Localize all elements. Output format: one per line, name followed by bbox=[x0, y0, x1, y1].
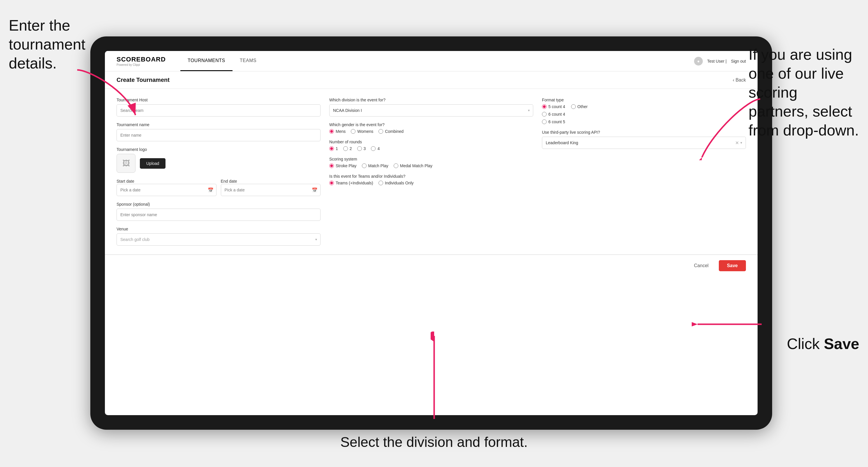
form-area: Tournament Host Tournament name Tourname… bbox=[105, 89, 757, 254]
rounds-group: Number of rounds 1 2 3 bbox=[329, 139, 533, 151]
nav-tabs: TOURNAMENTS TEAMS bbox=[180, 51, 264, 71]
rounds-radio-group: 1 2 3 4 bbox=[329, 146, 533, 151]
logo-upload-area: 🖼 Upload bbox=[117, 154, 320, 173]
scoring-label: Scoring system bbox=[329, 157, 533, 161]
start-date-group: Start date 📅 bbox=[117, 179, 216, 196]
gender-group: Which gender is the event for? Mens Wome… bbox=[329, 122, 533, 134]
gender-label: Which gender is the event for? bbox=[329, 122, 533, 127]
logo-sub: Powered by Clippi bbox=[117, 63, 166, 66]
round-1[interactable]: 1 bbox=[329, 146, 338, 151]
division-select[interactable]: NCAA Division I bbox=[329, 104, 533, 117]
form-footer: Cancel Save bbox=[105, 255, 757, 277]
scoring-group: Scoring system Stroke Play Match Play bbox=[329, 157, 533, 168]
scoring-stroke-radio[interactable] bbox=[329, 163, 334, 168]
round-2[interactable]: 2 bbox=[343, 146, 352, 151]
arrow-topleft bbox=[73, 67, 140, 119]
logo-group: Tournament logo 🖼 Upload bbox=[117, 147, 320, 173]
format-6count5[interactable]: 6 count 5 bbox=[542, 119, 565, 124]
host-label: Tournament Host bbox=[117, 98, 320, 102]
teams-label: Is this event for Teams and/or Individua… bbox=[329, 174, 533, 179]
host-group: Tournament Host bbox=[117, 98, 320, 117]
round-2-radio[interactable] bbox=[343, 146, 348, 151]
form-column-2: Which division is the event for? NCAA Di… bbox=[329, 98, 533, 246]
start-date-input[interactable] bbox=[117, 184, 216, 196]
annotation-topright: If you are using one of our live scoring… bbox=[748, 45, 859, 140]
page-header: Create Tournament ‹ Back bbox=[105, 71, 757, 89]
end-date-group: End date 📅 bbox=[221, 179, 321, 196]
gender-combined[interactable]: Combined bbox=[378, 129, 404, 134]
gender-womens[interactable]: Womens bbox=[351, 129, 373, 134]
format-6count5-radio[interactable] bbox=[542, 119, 547, 124]
tab-teams[interactable]: TEAMS bbox=[232, 51, 264, 71]
navbar: SCOREBOARD Powered by Clippi TOURNAMENTS… bbox=[105, 51, 757, 71]
image-icon: 🖼 bbox=[122, 159, 130, 168]
round-3-radio[interactable] bbox=[357, 146, 362, 151]
annotation-bottom: Select the division and format. bbox=[340, 434, 528, 451]
gender-womens-radio[interactable] bbox=[351, 129, 355, 134]
sponsor-input[interactable] bbox=[117, 209, 320, 221]
save-button[interactable]: Save bbox=[719, 260, 746, 271]
teams-radio[interactable] bbox=[329, 181, 334, 185]
end-date-label: End date bbox=[221, 179, 237, 184]
division-label: Which division is the event for? bbox=[329, 98, 533, 102]
arrow-bottomright bbox=[692, 310, 765, 339]
round-3[interactable]: 3 bbox=[357, 146, 366, 151]
upload-button[interactable]: Upload bbox=[140, 158, 165, 169]
scoring-medal-match-radio[interactable] bbox=[394, 163, 398, 168]
tournament-name-input[interactable] bbox=[117, 129, 320, 141]
sign-out-link[interactable]: Sign out bbox=[731, 59, 746, 63]
arrow-bottom bbox=[431, 332, 438, 422]
gender-radio-group: Mens Womens Combined bbox=[329, 129, 533, 134]
format-other-radio[interactable] bbox=[571, 104, 576, 109]
venue-select-wrap: Search golf club ▾ bbox=[117, 234, 320, 246]
dates-group: Start date 📅 End date 📅 bbox=[117, 179, 320, 196]
division-group: Which division is the event for? NCAA Di… bbox=[329, 98, 533, 117]
tab-tournaments[interactable]: TOURNAMENTS bbox=[180, 51, 232, 71]
teams-plus-individuals[interactable]: Teams (+Individuals) bbox=[329, 181, 373, 185]
nav-logo: SCOREBOARD Powered by Clippi bbox=[117, 56, 166, 66]
date-row: Start date 📅 End date 📅 bbox=[117, 179, 320, 196]
format-other[interactable]: Other bbox=[571, 104, 588, 109]
start-date-wrap: 📅 bbox=[117, 184, 216, 196]
search-team-input[interactable] bbox=[117, 104, 320, 117]
gender-combined-radio[interactable] bbox=[378, 129, 383, 134]
format-6count4-radio[interactable] bbox=[542, 112, 547, 117]
scoring-stroke[interactable]: Stroke Play bbox=[329, 163, 356, 168]
sponsor-group: Sponsor (optional) bbox=[117, 202, 320, 221]
cancel-button[interactable]: Cancel bbox=[688, 260, 714, 271]
format-6count4[interactable]: 6 count 4 bbox=[542, 112, 565, 117]
logo-placeholder: 🖼 bbox=[117, 154, 135, 173]
form-column-1: Tournament Host Tournament name Tourname… bbox=[117, 98, 320, 246]
back-button[interactable]: ‹ Back bbox=[733, 77, 746, 83]
round-4[interactable]: 4 bbox=[371, 146, 380, 151]
venue-select[interactable]: Search golf club bbox=[117, 234, 320, 246]
sponsor-label: Sponsor (optional) bbox=[117, 202, 320, 207]
gender-mens[interactable]: Mens bbox=[329, 129, 346, 134]
rounds-label: Number of rounds bbox=[329, 139, 533, 144]
format-5count4-radio[interactable] bbox=[542, 104, 547, 109]
teams-group: Is this event for Teams and/or Individua… bbox=[329, 174, 533, 185]
scoring-match-radio[interactable] bbox=[362, 163, 367, 168]
nav-right: ● Test User | Sign out bbox=[694, 57, 746, 66]
round-1-radio[interactable] bbox=[329, 146, 334, 151]
gender-mens-radio[interactable] bbox=[329, 129, 334, 134]
scoring-match[interactable]: Match Play bbox=[362, 163, 389, 168]
logo-label: Tournament logo bbox=[117, 147, 320, 152]
name-group: Tournament name bbox=[117, 122, 320, 141]
teams-radio-group: Teams (+Individuals) Individuals Only bbox=[329, 181, 533, 185]
venue-group: Venue Search golf club ▾ bbox=[117, 227, 320, 246]
scoring-medal-match[interactable]: Medal Match Play bbox=[394, 163, 432, 168]
end-date-wrap: 📅 bbox=[221, 184, 321, 196]
logo-main: SCOREBOARD bbox=[117, 56, 166, 63]
end-date-input[interactable] bbox=[221, 184, 321, 196]
individuals-only[interactable]: Individuals Only bbox=[378, 181, 414, 185]
format-5count4[interactable]: 5 count 4 bbox=[542, 104, 565, 109]
round-4-radio[interactable] bbox=[371, 146, 376, 151]
annotation-bottomright: Click Save bbox=[787, 335, 859, 353]
individuals-radio[interactable] bbox=[378, 181, 383, 185]
name-label: Tournament name bbox=[117, 122, 320, 127]
annotation-topleft: Enter the tournament details. bbox=[9, 16, 90, 73]
user-label: Test User | bbox=[707, 59, 727, 63]
avatar: ● bbox=[694, 57, 703, 66]
venue-label: Venue bbox=[117, 227, 320, 231]
